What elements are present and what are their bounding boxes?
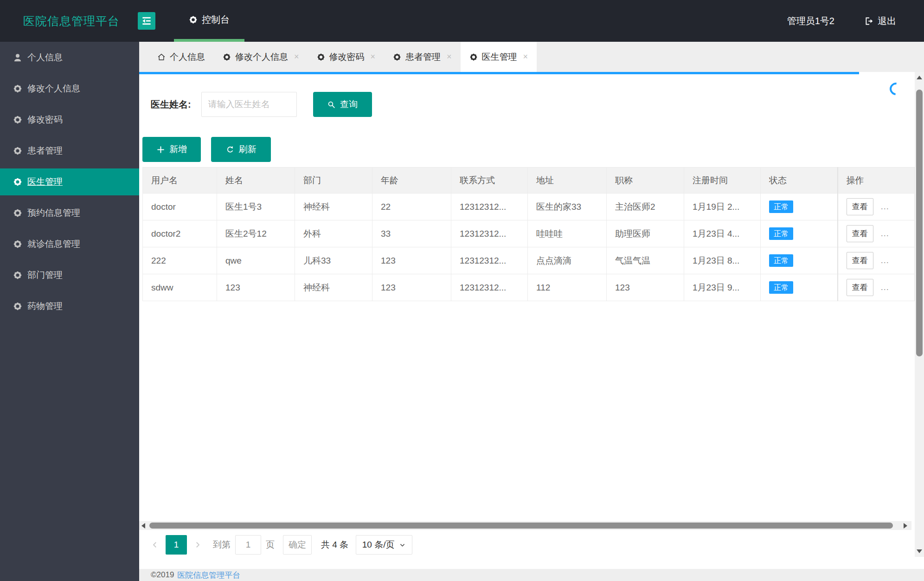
close-icon[interactable]: × (447, 52, 452, 62)
main-area: 个人信息 修改个人信息 × 修改密码 × 患者管理 × 医生管理 × 医生姓名: (139, 42, 924, 581)
cell-registered: 1月19日 2... (684, 194, 761, 220)
more-actions-icon[interactable]: … (880, 255, 889, 265)
view-button[interactable]: 查看 (847, 198, 873, 215)
status-badge: 正常 (769, 281, 793, 294)
cell-name: 医生1号3 (217, 194, 295, 220)
tab-doctor-management[interactable]: 医生管理 × (461, 42, 537, 72)
tab-change-password[interactable]: 修改密码 × (308, 42, 385, 72)
logout-button[interactable]: 退出 (864, 15, 896, 27)
scroll-left-arrow-icon[interactable] (141, 523, 145, 529)
tab-personal-info[interactable]: 个人信息 (148, 42, 214, 72)
scroll-down-arrow-icon[interactable] (917, 549, 922, 553)
tab-label: 修改个人信息 (235, 51, 288, 63)
add-button-label: 新增 (169, 143, 187, 155)
gear-icon (13, 115, 22, 124)
close-icon[interactable]: × (371, 52, 376, 62)
close-icon[interactable]: × (294, 52, 299, 62)
sidebar-item-appointment-info-management[interactable]: 预约信息管理 (0, 200, 139, 226)
table-row: doctor 医生1号3 神经科 22 12312312... 医生的家33 主… (143, 194, 915, 220)
cell-name: qwe (217, 247, 295, 274)
gear-icon (13, 208, 22, 218)
chevron-left-icon (151, 541, 159, 549)
search-field-label: 医生姓名: (151, 98, 191, 111)
column-header-actions: 操作 (838, 168, 915, 194)
doctor-table: 用户名 姓名 部门 年龄 联系方式 地址 职称 注册时间 状态 操作 docto… (142, 167, 915, 301)
view-button[interactable]: 查看 (847, 252, 873, 269)
cell-title: 助理医师 (607, 220, 684, 247)
cell-title: 123 (607, 274, 684, 301)
prev-page-button[interactable] (151, 541, 159, 549)
chevron-right-icon (193, 541, 202, 549)
column-header-status: 状态 (761, 168, 838, 194)
gear-icon (13, 302, 22, 311)
sidebar-item-change-password[interactable]: 修改密码 (0, 106, 139, 133)
goto-page-input[interactable] (235, 535, 261, 555)
next-page-button[interactable] (193, 541, 202, 549)
sidebar-item-department-management[interactable]: 部门管理 (0, 262, 139, 289)
sidebar-item-label: 就诊信息管理 (27, 238, 80, 250)
cell-username: doctor2 (143, 220, 217, 247)
table-row: sdww 123 神经科 123 12312312... 112 123 1月2… (143, 274, 915, 301)
more-actions-icon[interactable]: … (880, 201, 889, 211)
goto-page-suffix: 页 (266, 539, 275, 551)
horizontal-scrollbar[interactable] (139, 521, 911, 530)
cell-username: sdww (143, 274, 217, 301)
sidebar-item-edit-personal-info[interactable]: 修改个人信息 (0, 75, 139, 102)
cell-username: 222 (143, 247, 217, 274)
sidebar-item-personal-info[interactable]: 个人信息 (0, 44, 139, 71)
current-page-button[interactable]: 1 (166, 535, 187, 555)
view-button[interactable]: 查看 (847, 279, 873, 296)
cell-registered: 1月23日 4... (684, 220, 761, 247)
sidebar-item-label: 修改密码 (27, 114, 63, 126)
goto-page-prefix: 到第 (213, 539, 231, 551)
sidebar-item-patient-management[interactable]: 患者管理 (0, 137, 139, 164)
gear-icon (13, 271, 22, 280)
column-header-address: 地址 (528, 168, 607, 194)
cell-age: 33 (372, 220, 451, 247)
column-header-contact: 联系方式 (451, 168, 528, 194)
query-button-label: 查询 (340, 98, 358, 110)
refresh-button[interactable]: 刷新 (211, 137, 271, 162)
more-actions-icon[interactable]: … (880, 228, 889, 238)
doctor-name-input[interactable] (201, 92, 297, 117)
header-right: 管理员1号2 退出 (787, 0, 896, 42)
gear-icon (13, 239, 22, 249)
cell-contact: 12312312... (451, 274, 528, 301)
sidebar-item-label: 个人信息 (27, 52, 63, 64)
logout-icon (864, 16, 874, 26)
cell-age: 22 (372, 194, 451, 220)
gear-icon (13, 177, 22, 187)
horizontal-scrollbar-thumb[interactable] (149, 523, 893, 529)
tab-label: 医生管理 (482, 51, 517, 63)
cell-department: 神经科 (295, 274, 372, 301)
tab-edit-personal-info[interactable]: 修改个人信息 × (214, 42, 308, 72)
cell-department: 外科 (295, 220, 372, 247)
column-header-username: 用户名 (143, 168, 217, 194)
nav-console[interactable]: 控制台 (174, 0, 244, 42)
current-user[interactable]: 管理员1号2 (787, 15, 834, 27)
sidebar-item-medicine-management[interactable]: 药物管理 (0, 293, 139, 320)
goto-confirm-button[interactable]: 确定 (283, 535, 312, 555)
loading-spinner-icon (887, 80, 905, 97)
vertical-scrollbar-thumb[interactable] (916, 90, 923, 356)
more-actions-icon[interactable]: … (880, 282, 889, 292)
cell-username: doctor (143, 194, 217, 220)
tab-patient-management[interactable]: 患者管理 × (384, 42, 461, 72)
cell-title: 主治医师2 (607, 194, 684, 220)
cell-registered: 1月23日 9... (684, 274, 761, 301)
vertical-scrollbar[interactable] (915, 72, 924, 557)
sidebar-item-doctor-management[interactable]: 医生管理 (0, 168, 139, 195)
search-form: 医生姓名: 查询 (151, 92, 372, 117)
cell-title: 气温气温 (607, 247, 684, 274)
footer-brand-link[interactable]: 医院信息管理平台 (177, 570, 240, 581)
view-button[interactable]: 查看 (847, 225, 873, 242)
scroll-up-arrow-icon[interactable] (917, 76, 922, 79)
gear-icon (13, 84, 22, 93)
scroll-right-arrow-icon[interactable] (904, 523, 907, 529)
close-icon[interactable]: × (523, 52, 528, 62)
sidebar-item-visit-info-management[interactable]: 就诊信息管理 (0, 231, 139, 258)
collapse-sidebar-button[interactable] (138, 12, 155, 30)
query-button[interactable]: 查询 (313, 92, 372, 117)
add-button[interactable]: 新增 (142, 137, 201, 162)
page-size-select[interactable]: 10 条/页 (356, 535, 412, 555)
